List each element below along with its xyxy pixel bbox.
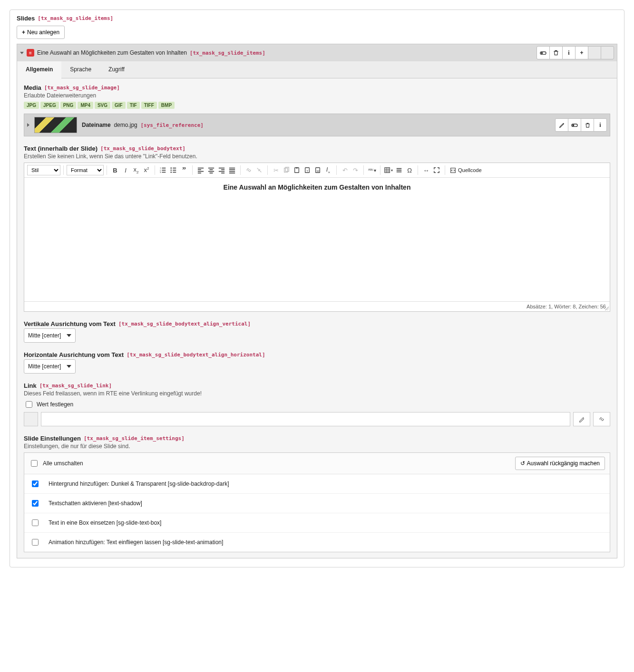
settings-option-row[interactable]: Text in eine Box einsetzen [sg-slide-tex… [24, 513, 610, 532]
align-center-icon [208, 167, 215, 173]
rte-subscript-button[interactable]: x2 [131, 165, 141, 175]
softhyphen-icon: ↔ [423, 167, 429, 174]
settings-option-row[interactable]: Animation hinzufügen: Text einfliegen la… [24, 532, 610, 552]
svg-point-7 [170, 167, 172, 169]
italic-icon: I [125, 167, 127, 174]
visibility-toggle-button[interactable] [536, 46, 550, 59]
rte-undo-button[interactable]: ↶ [340, 165, 350, 175]
cut-icon: ✂ [273, 167, 279, 174]
rte-paste-button[interactable] [292, 165, 302, 175]
rte-align-right-button[interactable] [216, 165, 227, 175]
rte-remove-format-button[interactable]: I× [323, 165, 333, 175]
tab-access[interactable]: Zugriff [100, 61, 133, 78]
rte-link-button[interactable] [244, 165, 254, 175]
rte-superscript-button[interactable]: x2 [141, 165, 152, 175]
rte-maximize-button[interactable] [431, 165, 442, 175]
add-button[interactable]: + [575, 46, 588, 59]
halign-value: Mitte [center] [28, 363, 61, 370]
rte-style-select[interactable]: Stil [27, 165, 60, 175]
paste-icon [293, 167, 300, 173]
settings-toggle-all-checkbox[interactable] [31, 460, 38, 467]
svg-point-3 [572, 125, 574, 126]
rte-ordered-list-button[interactable]: 123 [158, 165, 168, 175]
settings-undo-button[interactable]: ↺ Auswahl rückgängig machen [515, 457, 605, 470]
slide-item-header[interactable]: ≡ Eine Auswahl an Möglichkeiten zum Gest… [17, 44, 617, 61]
link-wizard-button[interactable] [573, 412, 590, 426]
settings-option-row[interactable]: Textschatten aktivieren [text-shadow] [24, 493, 610, 513]
rte-spellcheck-button[interactable]: ᴬᴮᶜ▾ [367, 165, 377, 175]
tab-general-panel: Media [tx_mask_sg_slide_image] Erlaubte … [17, 78, 617, 558]
tab-general[interactable]: Allgemein [17, 61, 61, 78]
settings-option-checkbox[interactable] [32, 519, 39, 526]
rte-content-area[interactable]: Eine Auswahl an Möglichkeiten zum Gestal… [24, 178, 610, 301]
move-up-button[interactable] [588, 46, 601, 59]
rte-blockquote-button[interactable]: ” [179, 165, 189, 175]
text-techname: [tx_mask_sg_slide_bodytext] [100, 145, 185, 152]
info-button[interactable]: i [562, 46, 575, 59]
rte-paste-text-button[interactable]: T [302, 165, 312, 175]
link-set-value-label: Wert festlegen [37, 401, 73, 408]
rte-status-bar: Absätze: 1, Wörter: 8, Zeichen: 56 [24, 301, 610, 311]
edit-file-button[interactable] [555, 118, 568, 132]
text-title: Text (innerhalb der Slide) [24, 145, 98, 152]
rte-table-button[interactable]: ▾ [383, 165, 394, 175]
valign-title: Vertikale Ausrichtung vom Text [24, 320, 116, 327]
rte-format-select[interactable]: Format [67, 165, 104, 175]
link-icon [245, 167, 252, 173]
rte-italic-button[interactable]: I [120, 165, 131, 175]
file-reference-row[interactable]: Dateiname demo.jpg [sys_file_reference] [24, 114, 610, 136]
rte-unordered-list-button[interactable] [168, 165, 179, 175]
create-slide-label: Neu anlegen [27, 29, 59, 36]
file-name: demo.jpg [114, 122, 137, 128]
rte-cut-button[interactable]: ✂ [271, 165, 281, 175]
align-justify-icon [229, 167, 235, 173]
settings-toggle-all-row[interactable]: Alle umschalten [29, 459, 83, 468]
settings-option-checkbox[interactable] [32, 539, 39, 546]
link-set-value-checkbox[interactable] [26, 401, 32, 408]
unlink-icon [256, 167, 263, 173]
link-browser-button[interactable] [593, 412, 610, 426]
settings-undo-label: Auswahl rückgängig machen [527, 460, 600, 467]
halign-select[interactable]: Mitte [center] [24, 359, 76, 374]
rte-redo-button[interactable]: ↷ [350, 165, 361, 175]
rte-source-label: Quellcode [458, 167, 482, 173]
plus-icon: + [580, 49, 583, 56]
rte-softhyphen-button[interactable]: ↔ [421, 165, 431, 175]
create-slide-button[interactable]: + Neu anlegen [17, 26, 65, 39]
ext-chip: TIFF [141, 102, 157, 109]
bold-icon: B [113, 167, 117, 174]
rte-align-center-button[interactable] [206, 165, 216, 175]
rte-editor: Stil Format B I x2 x2 123 ” [24, 163, 610, 312]
rte-source-button[interactable]: Quellcode [448, 167, 484, 173]
link-set-value-row[interactable]: Wert festlegen [24, 400, 610, 409]
rte-align-justify-button[interactable] [227, 165, 237, 175]
rte-hr-button[interactable] [394, 165, 404, 175]
file-info-button[interactable]: i [594, 118, 607, 132]
settings-option-row[interactable]: Hintergrund hinzufügen: Dunkel & Transpa… [24, 474, 610, 493]
rte-unlink-button[interactable] [254, 165, 264, 175]
paste-word-icon: W [314, 167, 321, 173]
source-icon [450, 167, 456, 173]
delete-button[interactable] [549, 46, 563, 59]
subscript-icon: x2 [134, 166, 139, 174]
eye-toggle-icon [571, 121, 578, 129]
rte-specialchar-button[interactable]: Ω [404, 165, 415, 175]
rte-bold-button[interactable]: B [110, 165, 120, 175]
ext-chip: MP4 [78, 102, 93, 109]
file-visibility-button[interactable] [568, 118, 581, 132]
link-input[interactable] [41, 412, 570, 426]
collapse-caret-icon [20, 52, 24, 54]
valign-select[interactable]: Mitte [center] [24, 328, 76, 343]
settings-option-checkbox[interactable] [32, 480, 39, 487]
move-down-button[interactable] [601, 46, 614, 59]
settings-option-checkbox[interactable] [32, 500, 39, 507]
rte-copy-button[interactable] [281, 165, 292, 175]
text-hint: Erstellen Sie keinen Link, wenn Sie das … [24, 153, 610, 160]
hr-icon [396, 167, 402, 173]
settings-techname: [tx_mask_sg_slide_item_settings] [84, 435, 185, 442]
tab-language[interactable]: Sprache [61, 61, 100, 78]
trash-icon [553, 49, 559, 56]
rte-align-left-button[interactable] [195, 165, 206, 175]
file-delete-button[interactable] [581, 118, 594, 132]
rte-paste-word-button[interactable]: W [312, 165, 323, 175]
